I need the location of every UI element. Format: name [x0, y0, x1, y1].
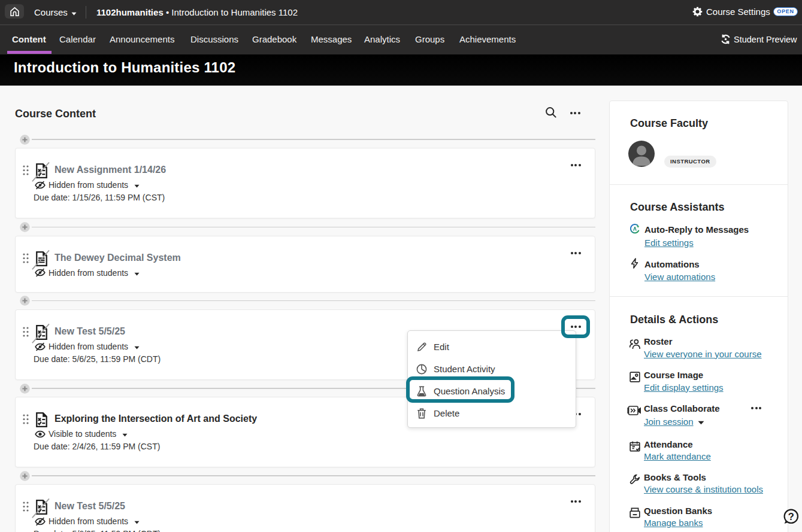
svg-text:?: ? [788, 511, 794, 522]
